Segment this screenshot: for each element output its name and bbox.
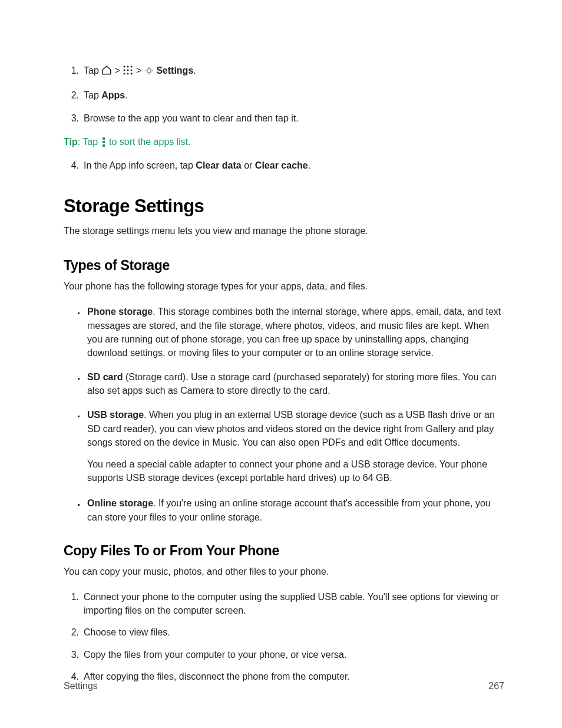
storage-types-list: Phone storage. This storage combines bot… xyxy=(64,305,504,523)
tip-label: Tip xyxy=(64,137,78,147)
svg-rect-15 xyxy=(103,141,105,143)
copy-step-3: Copy the files from your computer to you… xyxy=(80,648,504,661)
step-4-prefix: In the App info screen, tap xyxy=(84,160,196,170)
svg-point-7 xyxy=(127,73,129,75)
online-storage-label: Online storage xyxy=(87,498,153,508)
tip-after: to sort the apps list. xyxy=(107,137,191,147)
svg-rect-14 xyxy=(103,137,105,140)
sd-card-desc: (Storage card). Use a storage card (purc… xyxy=(87,372,497,396)
step-4-period: . xyxy=(308,160,310,170)
chevron-1: > xyxy=(112,65,123,75)
svg-point-4 xyxy=(127,70,129,71)
heading-copy-files: Copy Files To or From Your Phone xyxy=(64,543,504,559)
copy-files-intro: You can copy your music, photos, and oth… xyxy=(64,565,504,578)
copy-step-1: Connect your phone to the computer using… xyxy=(80,590,504,617)
step-2: Tap Apps. xyxy=(80,88,504,102)
step-3: Browse to the app you want to clear and … xyxy=(80,111,504,125)
tip-before: Tap xyxy=(82,137,100,147)
list-item: Phone storage. This storage combines bot… xyxy=(85,305,504,360)
page-footer: Settings 267 xyxy=(64,681,504,691)
list-item: SD card (Storage card). Use a storage ca… xyxy=(85,370,504,397)
tip-line: Tip: Tap to sort the apps list. xyxy=(64,135,504,150)
usb-storage-label: USB storage xyxy=(87,410,144,420)
svg-point-0 xyxy=(124,66,125,68)
sort-icon xyxy=(101,137,107,150)
home-icon xyxy=(101,65,112,79)
copy-step-2: Choose to view files. xyxy=(80,625,504,639)
settings-icon xyxy=(144,65,154,79)
page-content: Tap > > Settings. Tap Apps. Browse to th… xyxy=(0,0,562,683)
step-1-text-prefix: Tap xyxy=(84,65,101,75)
step-1: Tap > > Settings. xyxy=(80,64,504,79)
apps-label: Apps xyxy=(101,90,125,100)
list-item: Online storage. If you're using an onlin… xyxy=(85,496,504,523)
step-1-period: . xyxy=(193,65,196,75)
svg-rect-16 xyxy=(103,144,105,147)
step-4: In the App info screen, tap Clear data o… xyxy=(80,159,504,172)
usb-storage-extra: You need a special cable adapter to conn… xyxy=(87,457,504,485)
types-intro: Your phone has the following storage typ… xyxy=(64,279,504,293)
heading-storage-settings: Storage Settings xyxy=(64,196,504,217)
chevron-2: > xyxy=(133,65,144,75)
steps-clear-app: Tap > > Settings. Tap Apps. Browse to th… xyxy=(64,64,504,126)
svg-point-6 xyxy=(124,73,125,75)
svg-point-2 xyxy=(131,66,133,68)
clear-cache-label: Clear cache xyxy=(255,160,308,170)
heading-types-of-storage: Types of Storage xyxy=(64,258,504,274)
footer-page-number: 267 xyxy=(488,681,504,691)
svg-point-1 xyxy=(127,66,129,68)
footer-section: Settings xyxy=(64,681,98,691)
step-4-mid: or xyxy=(242,160,255,170)
svg-point-9 xyxy=(147,69,151,73)
settings-label: Settings xyxy=(156,65,193,75)
svg-point-8 xyxy=(131,73,133,75)
phone-storage-label: Phone storage xyxy=(87,307,153,317)
svg-point-5 xyxy=(131,70,133,71)
steps-clear-app-cont: In the App info screen, tap Clear data o… xyxy=(64,159,504,172)
svg-point-3 xyxy=(124,70,125,71)
list-item: USB storage. When you plug in an externa… xyxy=(85,408,504,485)
step-2-period: . xyxy=(125,90,127,100)
apps-grid-icon xyxy=(123,65,133,79)
sd-card-label: SD card xyxy=(87,372,123,382)
usb-storage-desc: . When you plug in an external USB stora… xyxy=(87,410,495,447)
storage-settings-intro: The storage settings menu lets you view … xyxy=(64,224,504,238)
copy-files-steps: Connect your phone to the computer using… xyxy=(64,590,504,683)
clear-data-label: Clear data xyxy=(196,160,241,170)
step-2-prefix: Tap xyxy=(84,90,101,100)
